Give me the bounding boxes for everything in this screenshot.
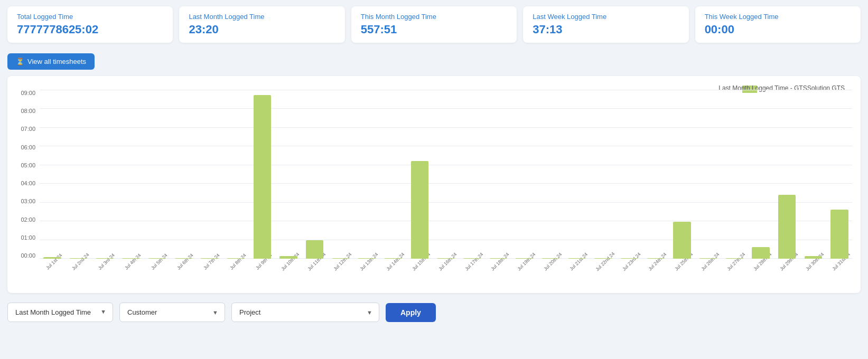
y-axis-label: 00:00 xyxy=(21,252,35,259)
bar-col xyxy=(276,90,301,259)
bar-col xyxy=(92,90,117,259)
bar xyxy=(254,95,271,259)
stat-label-3: Last Week Logged Time xyxy=(533,13,679,21)
bar xyxy=(43,257,61,259)
bar xyxy=(752,247,769,259)
bar-col xyxy=(827,90,852,259)
bar-col xyxy=(486,90,511,259)
bar-col xyxy=(669,90,695,259)
bar-col xyxy=(66,90,91,259)
y-axis-label: 07:00 xyxy=(21,126,35,132)
bar xyxy=(778,195,796,259)
y-axis: 09:0008:0007:0006:0005:0004:0003:0002:00… xyxy=(16,90,40,259)
bar-col xyxy=(171,90,196,259)
bar xyxy=(385,258,402,259)
project-select[interactable]: Project ▼ xyxy=(231,303,379,322)
bar xyxy=(437,258,454,259)
bar xyxy=(201,258,218,259)
project-label: Project xyxy=(239,308,260,316)
chart-area: Last Month Logged Time - GTSSolution GTS… xyxy=(7,76,861,293)
clock-icon: ⏳ xyxy=(16,58,24,65)
bar xyxy=(96,258,114,259)
stat-label-1: Last Month Logged Time xyxy=(189,13,335,21)
bar xyxy=(122,258,139,259)
bar xyxy=(332,258,350,259)
bar xyxy=(594,258,612,259)
toolbar: ⏳ View all timesheets xyxy=(0,49,868,72)
bar-col xyxy=(354,90,380,259)
bar-col xyxy=(591,90,616,259)
bar xyxy=(148,258,166,259)
view-all-timesheets-button[interactable]: ⏳ View all timesheets xyxy=(7,53,95,70)
stat-label-2: This Month Logged Time xyxy=(361,13,507,21)
bar xyxy=(830,210,848,259)
bars-row xyxy=(40,90,852,259)
apply-button[interactable]: Apply xyxy=(386,303,436,322)
bar xyxy=(726,258,743,259)
stat-card-3: Last Week Logged Time 37:13 xyxy=(523,6,688,43)
bar-col xyxy=(40,90,65,259)
time-period-select[interactable]: Last Month Logged Time ▲ xyxy=(7,303,113,322)
bar-col xyxy=(460,90,485,259)
bar-col xyxy=(381,90,406,259)
bar-col xyxy=(696,90,721,259)
bar-col xyxy=(249,90,275,259)
customer-select[interactable]: Customer ▼ xyxy=(119,303,225,322)
chevron-down-icon-2: ▼ xyxy=(367,309,372,316)
bar-col xyxy=(800,90,826,259)
bar-col xyxy=(302,90,328,259)
y-axis-label: 02:00 xyxy=(21,216,35,223)
bar-col xyxy=(407,90,432,259)
bar xyxy=(568,258,586,259)
x-labels: Jul 1st 24Jul 2nd 24Jul 3rd 24Jul 4th 24… xyxy=(40,260,852,289)
bar-col xyxy=(617,90,642,259)
stat-card-4: This Week Logged Time 00:00 xyxy=(695,6,861,43)
bar-col xyxy=(643,90,668,259)
bar-col xyxy=(512,90,537,259)
bar-col xyxy=(223,90,249,259)
bar-col xyxy=(328,90,353,259)
bar xyxy=(411,161,428,259)
time-period-label: Last Month Logged Time xyxy=(15,308,91,316)
bar xyxy=(805,256,822,259)
stat-value-1: 23:20 xyxy=(189,23,335,36)
stat-card-2: This Month Logged Time 557:51 xyxy=(351,6,517,43)
bar xyxy=(516,258,533,259)
bar-col xyxy=(748,90,773,259)
stat-value-4: 00:00 xyxy=(705,23,851,36)
bottom-controls: Last Month Logged Time ▲ Customer ▼ Proj… xyxy=(0,297,868,327)
bar-col xyxy=(197,90,222,259)
y-axis-label: 06:00 xyxy=(21,144,35,150)
bar xyxy=(70,258,87,259)
bar xyxy=(358,258,376,259)
stat-card-1: Last Month Logged Time 23:20 xyxy=(179,6,344,43)
stat-value-2: 557:51 xyxy=(361,23,507,36)
bar xyxy=(175,258,192,259)
bar-col xyxy=(118,90,144,259)
bar-col xyxy=(774,90,800,259)
bar-col xyxy=(433,90,459,259)
bar xyxy=(542,258,559,259)
stat-value-3: 37:13 xyxy=(533,23,679,36)
view-all-label: View all timesheets xyxy=(27,58,86,65)
bars-wrapper xyxy=(40,90,852,259)
bar xyxy=(279,256,297,259)
stat-label-0: Total Logged Time xyxy=(17,13,163,21)
y-axis-label: 09:00 xyxy=(21,90,35,96)
bar xyxy=(306,240,323,259)
chevron-down-icon: ▼ xyxy=(212,309,218,316)
stat-value-0: 7777778625:02 xyxy=(17,23,163,36)
customer-label: Customer xyxy=(127,308,157,316)
bar-col xyxy=(145,90,170,259)
bar xyxy=(490,258,507,259)
bar xyxy=(463,258,481,259)
y-axis-label: 05:00 xyxy=(21,162,35,168)
chart-container: 09:0008:0007:0006:0005:0004:0003:0002:00… xyxy=(16,90,852,259)
bar xyxy=(621,258,638,259)
bar-col xyxy=(538,90,564,259)
bar xyxy=(227,258,245,259)
bar xyxy=(647,258,665,259)
bar xyxy=(699,258,717,259)
bar xyxy=(673,222,690,259)
y-axis-label: 04:00 xyxy=(21,180,35,186)
